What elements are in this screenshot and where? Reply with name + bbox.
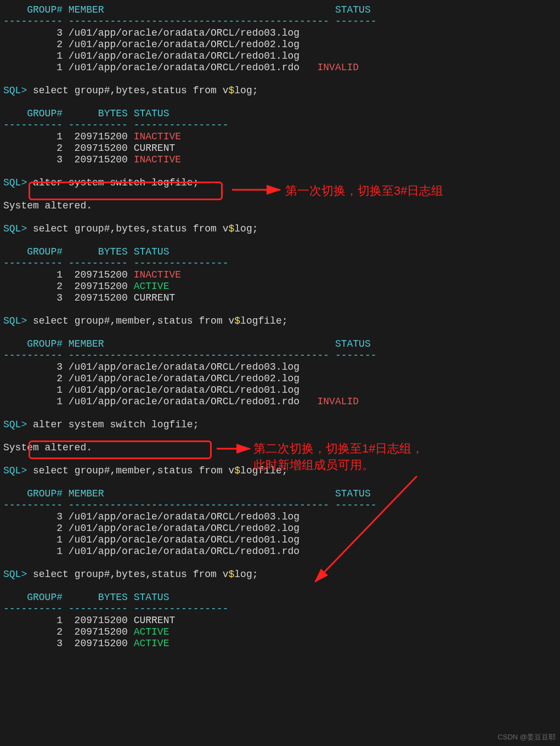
watermark: CSDN @姜豆豆耶 [497, 731, 556, 743]
annotation-1: 第一次切换，切换至3#日志组 [285, 183, 443, 199]
terminal-output: GROUP# MEMBER STATUS ---------- --------… [0, 0, 560, 654]
annotation-2: 第二次切换，切换至1#日志组，此时新增组成员可用。 [253, 440, 423, 473]
highlight-box-1 [29, 182, 223, 200]
terminal-screenshot: GROUP# MEMBER STATUS ---------- --------… [0, 0, 560, 746]
highlight-box-2 [29, 440, 212, 459]
